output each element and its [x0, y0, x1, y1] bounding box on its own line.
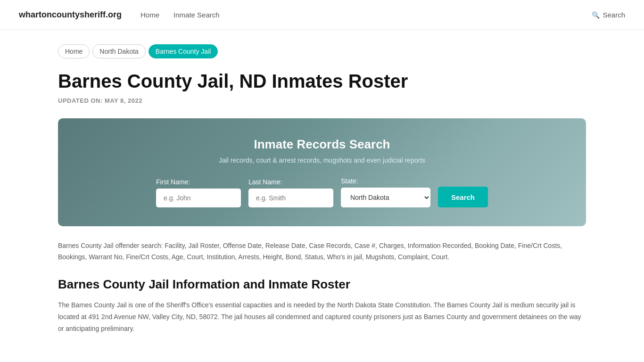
search-button[interactable]: Search: [438, 187, 488, 207]
nav-item-inmate-search[interactable]: Inmate Search: [173, 11, 220, 19]
nav-link-inmate-search[interactable]: Inmate Search: [173, 11, 220, 19]
info-section-title: Barnes County Jail Information and Inmat…: [58, 277, 586, 292]
updated-on: UPDATED ON: MAY 8, 2022: [58, 97, 586, 104]
search-box-subtitle: Jail records, court & arrest records, mu…: [86, 156, 558, 164]
nav-search-label: Search: [603, 11, 625, 19]
last-name-group: Last Name:: [248, 178, 333, 207]
last-name-input[interactable]: [248, 189, 333, 207]
first-name-input[interactable]: [156, 189, 241, 207]
main-content: Home North Dakota Barnes County Jail Bar…: [39, 30, 605, 349]
first-name-group: First Name:: [156, 178, 241, 207]
nav-links: Home Inmate Search: [140, 11, 592, 19]
description-text: Barnes County Jail offender search: Faci…: [58, 240, 586, 263]
navbar: whartoncountysheriff.org Home Inmate Sea…: [0, 0, 644, 30]
breadcrumb-north-dakota[interactable]: North Dakota: [92, 44, 145, 58]
nav-item-home[interactable]: Home: [140, 11, 159, 19]
first-name-label: First Name:: [156, 178, 241, 186]
page-title: Barnes County Jail, ND Inmates Roster: [58, 70, 586, 92]
state-label: State:: [341, 177, 430, 185]
state-group: State: AlabamaAlaskaArizonaArkansasCalif…: [341, 177, 430, 207]
nav-link-home[interactable]: Home: [140, 11, 159, 19]
search-box: Inmate Records Search Jail records, cour…: [58, 118, 586, 226]
nav-search[interactable]: 🔍 Search: [592, 11, 625, 19]
search-form: First Name: Last Name: State: AlabamaAla…: [86, 177, 558, 207]
site-brand[interactable]: whartoncountysheriff.org: [19, 10, 122, 20]
breadcrumb-barnes-county-jail[interactable]: Barnes County Jail: [149, 44, 218, 58]
breadcrumb-home[interactable]: Home: [58, 44, 90, 58]
info-section-body: The Barnes County Jail is one of the She…: [58, 299, 586, 335]
breadcrumb: Home North Dakota Barnes County Jail: [58, 44, 586, 58]
search-box-title: Inmate Records Search: [86, 137, 558, 152]
last-name-label: Last Name:: [248, 178, 333, 186]
state-select[interactable]: AlabamaAlaskaArizonaArkansasCaliforniaCo…: [341, 188, 430, 207]
search-icon: 🔍: [592, 11, 600, 19]
